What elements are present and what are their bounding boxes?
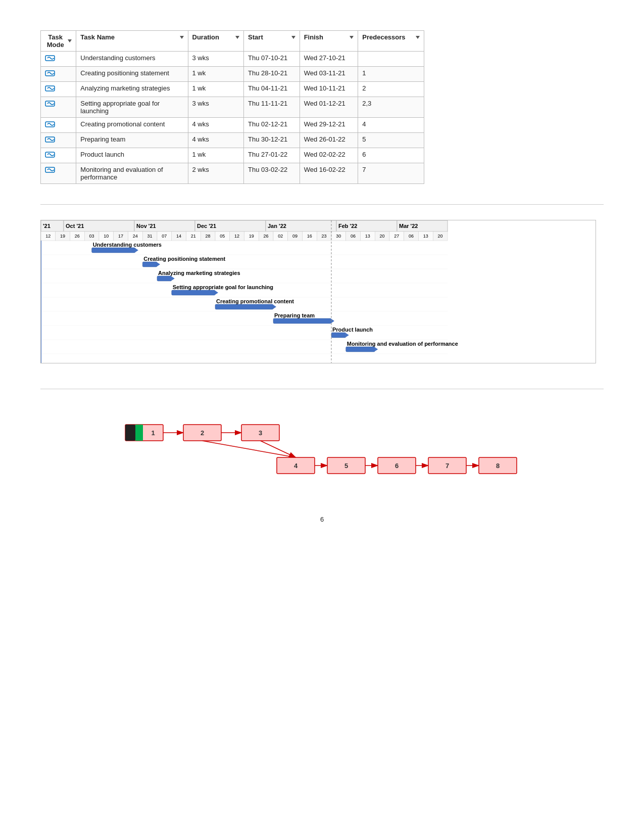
table-section: Task Mode Task Name Duration	[40, 30, 604, 184]
svg-rect-1	[45, 71, 55, 76]
start-dropdown-arrow[interactable]	[291, 36, 295, 39]
svg-text:Nov '21: Nov '21	[136, 223, 156, 229]
task-predecessors-cell: 5	[358, 133, 424, 148]
task-finish-cell: Wed 02-02-22	[300, 148, 358, 163]
svg-text:Feb '22: Feb '22	[338, 223, 357, 229]
svg-text:Mar '22: Mar '22	[399, 223, 418, 229]
task-mode-icon	[45, 166, 56, 174]
table-row: Preparing team 4 wks Thu 30-12-21 Wed 26…	[41, 133, 424, 148]
svg-rect-80	[92, 248, 135, 253]
task-mode-cell	[41, 67, 76, 82]
task-mode-dropdown-arrow[interactable]	[68, 39, 72, 42]
svg-rect-2	[45, 86, 55, 91]
svg-rect-5	[45, 137, 55, 142]
svg-line-116	[260, 441, 295, 457]
svg-text:03: 03	[89, 234, 94, 239]
section-divider-1	[40, 204, 604, 205]
svg-text:1: 1	[151, 429, 155, 437]
task-name-dropdown-arrow[interactable]	[180, 36, 184, 39]
svg-marker-105	[346, 333, 349, 337]
gantt-svg: '21Oct '21Nov '21Dec '21Jan '22Feb '22Ma…	[41, 220, 596, 363]
task-predecessors-cell	[358, 52, 424, 67]
th-finish: Finish	[300, 31, 358, 52]
network-node: 7	[428, 457, 466, 474]
task-mode-cell	[41, 118, 76, 133]
task-start-cell: Thu 11-11-21	[244, 97, 300, 118]
svg-text:19: 19	[249, 234, 254, 239]
svg-marker-89	[172, 276, 175, 281]
svg-rect-4	[45, 122, 55, 127]
task-mode-icon	[45, 69, 56, 77]
table-row: Creating promotional content 4 wks Thu 0…	[41, 118, 424, 133]
svg-text:09: 09	[292, 234, 298, 239]
task-duration-cell: 2 wks	[188, 163, 244, 184]
svg-text:27: 27	[394, 234, 399, 239]
svg-text:Creating positioning statement: Creating positioning statement	[143, 256, 225, 262]
task-finish-cell: Wed 16-02-22	[300, 163, 358, 184]
network-section: 12345678	[40, 404, 604, 500]
task-start-cell: Thu 02-12-21	[244, 118, 300, 133]
task-duration-cell: 1 wk	[188, 82, 244, 97]
svg-text:14: 14	[176, 234, 181, 239]
th-predecessors: Predecessors	[358, 31, 424, 52]
task-finish-cell: Wed 27-10-21	[300, 52, 358, 67]
svg-rect-0	[45, 56, 55, 61]
duration-dropdown-arrow[interactable]	[235, 36, 239, 39]
predecessors-dropdown-arrow[interactable]	[416, 36, 420, 39]
task-mode-icon	[45, 120, 56, 128]
svg-marker-101	[331, 319, 334, 323]
svg-text:17: 17	[118, 234, 123, 239]
svg-rect-88	[157, 276, 172, 281]
task-predecessors-cell: 4	[358, 118, 424, 133]
svg-text:5: 5	[344, 462, 348, 470]
svg-text:24: 24	[133, 234, 138, 239]
page-number: 6	[40, 516, 604, 523]
table-row: Analyzing marketing strategies 1 wk Thu …	[41, 82, 424, 97]
network-node: 1	[125, 425, 163, 441]
task-duration-cell: 4 wks	[188, 118, 244, 133]
svg-text:13: 13	[365, 234, 370, 239]
svg-text:20: 20	[380, 234, 385, 239]
task-mode-icon	[45, 84, 56, 92]
svg-rect-100	[273, 318, 331, 323]
svg-text:Dec '21: Dec '21	[197, 223, 216, 229]
svg-text:05: 05	[220, 234, 225, 239]
svg-rect-122	[125, 425, 135, 441]
svg-rect-84	[142, 262, 157, 267]
task-predecessors-cell: 7	[358, 163, 424, 184]
svg-text:06: 06	[351, 234, 356, 239]
table-row: Product launch 1 wk Thu 27-01-22 Wed 02-…	[41, 148, 424, 163]
svg-text:21: 21	[191, 234, 196, 239]
svg-text:6: 6	[394, 462, 398, 470]
task-name-cell: Creating promotional content	[76, 118, 188, 133]
task-finish-cell: Wed 29-12-21	[300, 118, 358, 133]
task-duration-cell: 4 wks	[188, 133, 244, 148]
network-node: 2	[183, 425, 221, 441]
task-mode-icon	[45, 54, 56, 62]
task-start-cell: Thu 03-02-22	[244, 163, 300, 184]
th-start: Start	[244, 31, 300, 52]
task-mode-icon	[45, 100, 56, 108]
table-row: Creating positioning statement 1 wk Thu …	[41, 67, 424, 82]
task-start-cell: Thu 07-10-21	[244, 52, 300, 67]
task-predecessors-cell: 2,3	[358, 97, 424, 118]
task-start-cell: Thu 27-01-22	[244, 148, 300, 163]
gantt-table: Task Mode Task Name Duration	[40, 30, 424, 184]
task-duration-cell: 3 wks	[188, 97, 244, 118]
svg-text:Analyzing marketing strategies: Analyzing marketing strategies	[158, 270, 240, 276]
svg-text:10: 10	[104, 234, 109, 239]
task-name-cell: Product launch	[76, 148, 188, 163]
finish-dropdown-arrow[interactable]	[350, 36, 354, 39]
svg-text:Monitoring and evaluation of p: Monitoring and evaluation of performance	[347, 341, 458, 347]
svg-marker-97	[273, 305, 276, 309]
svg-marker-81	[135, 248, 138, 252]
svg-text:23: 23	[322, 234, 327, 239]
svg-text:'21: '21	[43, 223, 51, 229]
task-predecessors-cell: 1	[358, 67, 424, 82]
network-node: 4	[277, 457, 315, 474]
network-node: 8	[479, 457, 517, 474]
table-row: Monitoring and evaluation of performance…	[41, 163, 424, 184]
table-row: Setting appropriate goal for launching 3…	[41, 97, 424, 118]
svg-rect-3	[45, 101, 55, 106]
task-mode-icon	[45, 135, 56, 144]
